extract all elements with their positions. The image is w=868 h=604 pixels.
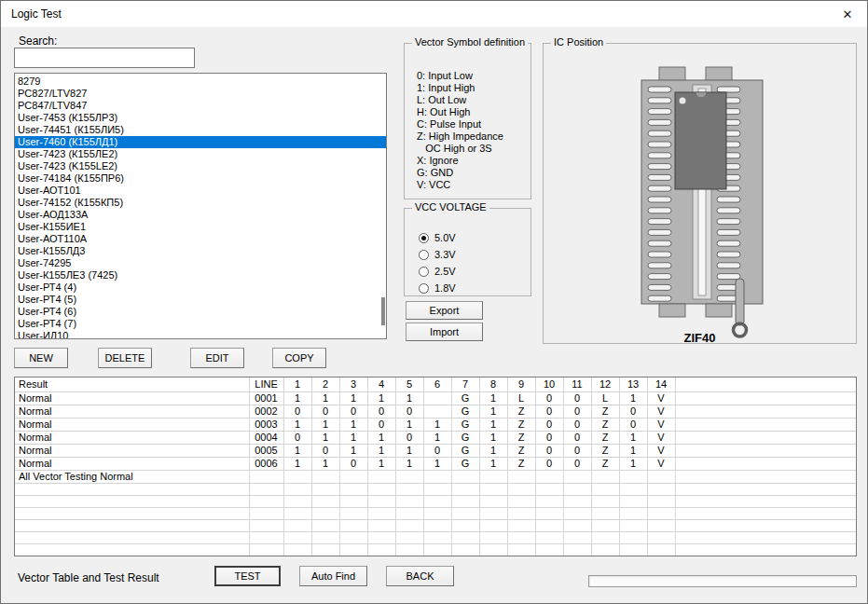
chip-list-item[interactable]: User-РТ4 (5) xyxy=(15,294,386,306)
close-icon[interactable]: ✕ xyxy=(828,1,867,27)
pin-cell xyxy=(563,471,591,484)
new-button[interactable]: NEW xyxy=(14,348,68,368)
chip-list-item[interactable]: User-АОТ110А xyxy=(15,233,386,245)
chip-list-item[interactable]: User-РТ4 (4) xyxy=(15,281,386,294)
pin-cell xyxy=(339,508,367,520)
line-cell xyxy=(249,544,283,556)
chip-list-item[interactable]: User-74295 xyxy=(15,257,386,269)
result-table-header-cell[interactable]: 7 xyxy=(451,378,479,392)
pin-cell xyxy=(591,496,619,508)
search-input[interactable] xyxy=(14,48,195,68)
pin-cell xyxy=(451,544,479,556)
chip-list-item[interactable]: User-К155ИЕ1 xyxy=(15,221,386,233)
pin-cell xyxy=(535,471,563,484)
chip-list-item[interactable]: 8279 xyxy=(15,76,386,88)
pin-cell: 1 xyxy=(423,419,451,432)
ic-position-group: IC Position ZIF40 xyxy=(543,43,857,344)
vector-symbol-line: L: Out Low xyxy=(417,94,530,106)
pin-cell xyxy=(647,532,675,544)
pin-cell xyxy=(647,496,675,508)
pin-cell xyxy=(395,484,423,496)
pin-cell xyxy=(619,496,647,508)
vcc-option[interactable]: 2.5V xyxy=(419,263,530,280)
chip-list-item[interactable]: User-К155ЛД3 xyxy=(15,245,386,257)
import-button[interactable]: Import xyxy=(406,323,483,341)
result-table-header-cell[interactable]: 1 xyxy=(283,378,311,392)
chip-list-item[interactable]: User-74184 (К155ПР6) xyxy=(15,172,386,185)
pin-cell xyxy=(591,532,619,544)
radio-icon[interactable] xyxy=(419,250,429,260)
pin-cell xyxy=(535,508,563,520)
vcc-option[interactable]: 1.8V xyxy=(419,280,530,296)
chip-list-item[interactable]: User-7423 (К155ЛЕ2) xyxy=(15,148,386,160)
result-table-header-cell[interactable]: 6 xyxy=(423,378,451,392)
pin-cell: 1 xyxy=(619,445,647,458)
export-button[interactable]: Export xyxy=(406,301,483,320)
pin-cell: Z xyxy=(507,432,535,445)
edit-button[interactable]: EDIT xyxy=(190,348,244,368)
radio-icon[interactable] xyxy=(419,283,429,294)
pin-cell xyxy=(479,484,507,496)
chip-list-item[interactable]: User-74152 (К155КП5) xyxy=(15,197,386,209)
pin-cell xyxy=(283,544,311,556)
pin-cell xyxy=(283,496,311,508)
result-table-header-cell[interactable]: LINE xyxy=(249,378,283,392)
chip-list-item[interactable]: User-7423 (K155LE2) xyxy=(15,160,386,172)
result-table-row: Normal000111111G1L00L1V xyxy=(15,392,856,405)
chip-list-item[interactable]: User-РТ4 (7) xyxy=(15,318,386,330)
result-table-body: Normal000111111G1L00L1VNormal000200000G1… xyxy=(15,392,856,556)
delete-button[interactable]: DELETE xyxy=(98,348,152,368)
result-cell: All Vector Testing Normal xyxy=(15,471,249,484)
result-table-header-cell[interactable]: 8 xyxy=(479,378,507,392)
result-table-header-cell[interactable]: 11 xyxy=(563,378,591,392)
pin-cell: 1 xyxy=(423,458,451,471)
chip-list-item[interactable]: User-7453 (К155ЛР3) xyxy=(15,112,386,124)
result-table-header-cell[interactable]: 5 xyxy=(395,378,423,392)
result-table-header-cell[interactable]: 3 xyxy=(339,378,367,392)
pin-cell: 0 xyxy=(311,445,339,458)
result-table-header-cell[interactable]: 2 xyxy=(311,378,339,392)
vcc-option[interactable]: 5.0V xyxy=(419,229,530,246)
chip-list-item[interactable]: User-АОТ101 xyxy=(15,185,386,197)
back-button[interactable]: BACK xyxy=(386,566,454,586)
pin-cell xyxy=(311,520,339,532)
pin-cell: Z xyxy=(591,419,619,432)
pin-cell xyxy=(423,520,451,532)
chip-list-item[interactable]: User-РТ4 (6) xyxy=(15,306,386,318)
result-table-header-cell[interactable]: 4 xyxy=(367,378,395,392)
pin-cell xyxy=(507,532,535,544)
pin-cell xyxy=(619,544,647,556)
result-table-header-cell[interactable]: 9 xyxy=(507,378,535,392)
result-table-header-cell[interactable]: 14 xyxy=(647,378,675,392)
copy-button[interactable]: COPY xyxy=(272,348,326,368)
chip-list-item[interactable]: User-АОД133А xyxy=(15,209,386,221)
chip-list-item[interactable]: User-ИД10 xyxy=(15,330,386,339)
chip-list-item[interactable]: User-7460 (К155ЛД1) xyxy=(15,136,386,148)
pin-cell: 1 xyxy=(283,392,311,405)
pin-cell xyxy=(591,471,619,484)
chip-list-item[interactable]: PC827/LTV827 xyxy=(15,88,386,100)
result-table-row xyxy=(15,508,856,520)
chip-list-item[interactable]: User-74451 (К155ЛИ5) xyxy=(15,124,386,136)
chip-list-item[interactable]: PC847/LTV847 xyxy=(15,100,386,112)
result-table-header-cell[interactable]: 13 xyxy=(619,378,647,392)
result-table-header-cell[interactable]: 12 xyxy=(591,378,619,392)
radio-icon[interactable] xyxy=(419,233,429,243)
radio-icon[interactable] xyxy=(419,267,429,277)
chip-list-item[interactable]: User-К155ЛЕ3 (7425) xyxy=(15,269,386,281)
pin-cell: 1 xyxy=(395,445,423,458)
pin-cell: 0 xyxy=(563,458,591,471)
result-table-header-cell[interactable]: 10 xyxy=(535,378,563,392)
pin-cell: 0 xyxy=(535,458,563,471)
chip-list[interactable]: 8279PC827/LTV827PC847/LTV847User-7453 (К… xyxy=(14,73,387,339)
result-cell: Normal xyxy=(15,405,249,419)
pin-cell: L xyxy=(591,392,619,405)
vcc-option[interactable]: 3.3V xyxy=(419,246,530,263)
scrollbar-thumb[interactable] xyxy=(381,297,385,325)
pin-cell: 1 xyxy=(311,392,339,405)
result-table-header-cell[interactable]: Result xyxy=(15,378,249,392)
pin-cell xyxy=(339,496,367,508)
auto-find-button[interactable]: Auto Find xyxy=(299,566,367,586)
test-button[interactable]: TEST xyxy=(214,566,281,586)
pin-cell: 1 xyxy=(339,445,367,458)
